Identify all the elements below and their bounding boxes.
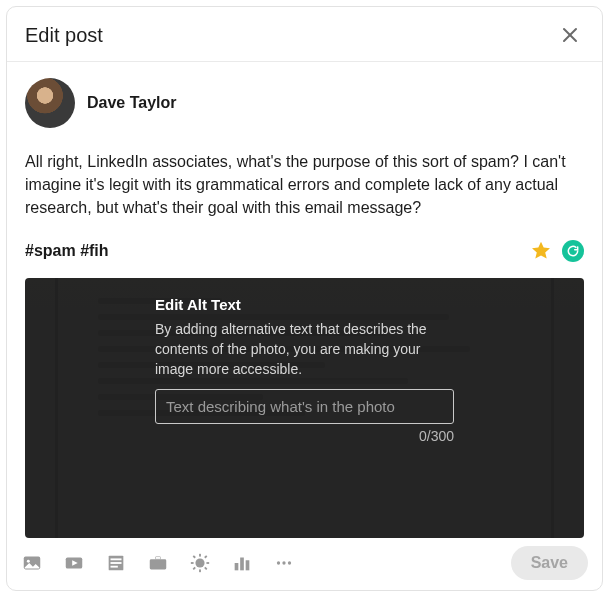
svg-rect-20 (193, 567, 196, 570)
svg-rect-19 (204, 555, 207, 558)
footer-actions (21, 552, 295, 574)
svg-rect-11 (156, 557, 161, 559)
add-poll-icon[interactable] (231, 552, 253, 574)
more-icon[interactable] (273, 552, 295, 574)
svg-rect-18 (204, 567, 207, 570)
alt-text-description: By adding alternative text that describe… (155, 319, 454, 380)
attached-image[interactable]: Edit Alt Text By adding alternative text… (25, 278, 584, 538)
edit-post-modal: Edit post Dave Taylor All right, LinkedI… (0, 0, 609, 597)
alt-text-title: Edit Alt Text (155, 296, 454, 313)
close-icon (560, 25, 580, 45)
svg-rect-9 (150, 559, 167, 569)
hashtag-row: #spam #fih (25, 240, 584, 262)
modal-card: Edit post Dave Taylor All right, LinkedI… (6, 6, 603, 591)
svg-point-26 (288, 561, 291, 564)
grammarly-icon[interactable] (562, 240, 584, 262)
modal-body: Dave Taylor All right, LinkedIn associat… (7, 62, 602, 538)
modal-title: Edit post (25, 24, 103, 47)
svg-rect-21 (235, 563, 239, 570)
svg-rect-15 (191, 562, 194, 564)
svg-point-24 (277, 561, 280, 564)
svg-rect-8 (111, 566, 118, 568)
svg-point-3 (27, 560, 30, 563)
save-button[interactable]: Save (511, 546, 588, 580)
svg-rect-16 (206, 562, 209, 564)
svg-rect-23 (246, 560, 250, 570)
celebrate-icon[interactable] (189, 552, 211, 574)
svg-rect-14 (199, 569, 201, 572)
author-row: Dave Taylor (25, 78, 584, 128)
author-avatar[interactable] (25, 78, 75, 128)
add-document-icon[interactable] (105, 552, 127, 574)
add-image-icon[interactable] (21, 552, 43, 574)
add-video-icon[interactable] (63, 552, 85, 574)
alt-text-input[interactable] (155, 389, 454, 424)
svg-point-25 (282, 561, 285, 564)
modal-header: Edit post (7, 7, 602, 61)
star-icon[interactable] (530, 240, 552, 262)
modal-footer: Save (7, 538, 602, 590)
inline-right-icons (530, 240, 584, 262)
author-name[interactable]: Dave Taylor (87, 94, 177, 112)
post-body-text[interactable]: All right, LinkedIn associates, what's t… (25, 150, 584, 220)
svg-rect-22 (240, 558, 244, 571)
add-job-icon[interactable] (147, 552, 169, 574)
svg-rect-17 (193, 555, 196, 558)
svg-rect-7 (111, 562, 122, 564)
post-hashtags[interactable]: #spam #fih (25, 242, 109, 260)
svg-rect-6 (111, 558, 122, 560)
svg-point-12 (195, 558, 204, 567)
alt-text-char-count: 0/300 (155, 428, 454, 444)
svg-rect-13 (199, 554, 201, 557)
close-button[interactable] (556, 21, 584, 49)
alt-text-panel: Edit Alt Text By adding alternative text… (25, 278, 584, 538)
